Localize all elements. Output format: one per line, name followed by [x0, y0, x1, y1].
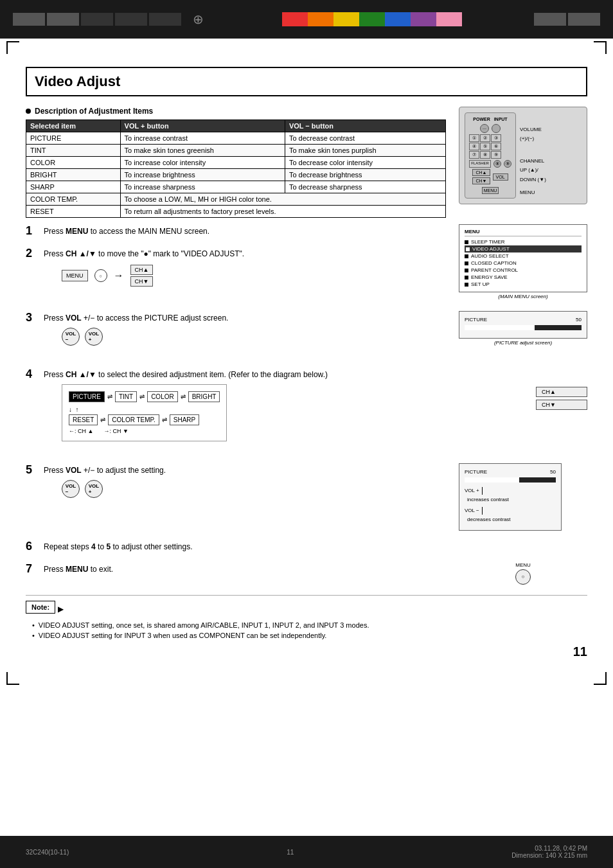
vol-plus-label: VOL +	[465, 486, 479, 495]
progress-bar-bg	[465, 325, 582, 330]
table-row: COLORTo increase color intensityTo decre…	[26, 157, 446, 169]
picture-value: 50	[576, 317, 582, 323]
volume-label: VOLUME(+)/(−)	[520, 125, 546, 144]
table-cell: SHARP	[26, 181, 121, 193]
vol-plus-desc: increases contrast	[467, 495, 556, 504]
table-cell: To make skin tones purplish	[285, 145, 445, 157]
table-cell: TINT	[26, 145, 121, 157]
vol-minus-desc: decreases contrast	[467, 515, 556, 524]
picture-adj-caption: (PICTURE adjust screen)	[459, 340, 587, 346]
note-item-2: • VIDEO ADJUST setting for INPUT 3 when …	[32, 632, 587, 639]
table-cell: To increase contrast	[120, 132, 285, 145]
menu-item-sleep: SLEEP TIMER	[465, 238, 582, 245]
channel-label: CHANNELUP (▲)/DOWN (▼)	[520, 157, 546, 184]
adj-diagram: PICTURE ⇌ TINT ⇌ COLOR ⇌ BRIGHT ↓ ↑	[62, 384, 227, 441]
note-arrow-icon: ▶	[58, 605, 64, 614]
table-cell: To make skin tones greenish	[120, 145, 285, 157]
table-cell: RESET	[26, 206, 121, 218]
vol-minus-btn-5[interactable]: VOL−	[62, 480, 80, 498]
table-cell: To increase color intensity	[120, 157, 285, 169]
table-row: PICTURETo increase contrastTo decrease c…	[26, 132, 446, 145]
table-cell: COLOR TEMP.	[26, 193, 121, 206]
table-cell: To decrease color intensity	[285, 157, 445, 169]
step-6: 6 Repeat steps 4 to 5 to adjust other se…	[26, 540, 587, 553]
adj-row-2: RESET ⇌ COLOR TEMP. ⇌ SHARP	[69, 414, 220, 425]
table-header-col3: VOL − button	[285, 120, 445, 132]
table-cell: To increase brightness	[120, 169, 285, 181]
step-1: 1 Press MENU to access the MAIN MENU scr…	[26, 224, 446, 238]
menu-item-audio: AUDIO SELECT	[465, 252, 582, 260]
crosshair-icon: ⊕	[193, 12, 204, 27]
menu-item-caption: CLOSED CAPTION	[465, 260, 582, 267]
step-3-area: 3 Press VOL +/− to access the PICTURE ad…	[26, 311, 587, 359]
contrast-screen-area: PICTURE 50 VOL + increases contrast VOL …	[459, 463, 587, 531]
menu-item-parent: PARENT CONTROL	[465, 267, 582, 274]
cha-button[interactable]: CH▲	[536, 387, 587, 397]
contrast-annotations: VOL + increases contrast VOL − decreases…	[465, 486, 556, 525]
picture-adjust-screen-area: PICTURE 50 (PICTURE adjust screen)	[459, 311, 587, 359]
step-7-area: 7 Press MENU to exit. MENU ○	[26, 562, 587, 585]
description-header: Description of Adjustment Items	[26, 107, 446, 116]
table-header-col1: Selected item	[26, 120, 121, 132]
step-5-area: 5 Press VOL +/− to adjust the setting. V…	[26, 463, 587, 531]
menu-screen-title: MENU	[465, 229, 582, 236]
contrast-screen: PICTURE 50 VOL + increases contrast VOL …	[459, 463, 562, 531]
note-section: Note: ▶ • VIDEO ADJUST setting, once set…	[26, 595, 587, 639]
page-number: 11	[26, 644, 587, 659]
menu-exit-icon[interactable]: ○	[515, 569, 531, 585]
table-row: TINTTo make skin tones greenishTo make s…	[26, 145, 446, 157]
top-bar-block	[13, 13, 45, 26]
legend-left: ←: CH ▲	[69, 428, 93, 434]
top-bar-block	[115, 13, 147, 26]
contrast-progress-bar-fill	[465, 477, 519, 483]
top-bar-block	[568, 13, 600, 26]
bullet-icon	[26, 109, 31, 114]
contrast-picture-value: 50	[550, 469, 556, 475]
main-content: Video Adjust Description of Adjustment I…	[0, 54, 613, 672]
bottom-right-text: 03.11.28, 0:42 PM Dimension: 140 X 215 m…	[511, 845, 587, 859]
menu-exit-label: MENU	[459, 562, 587, 568]
vol-minus-btn[interactable]: VOL−	[62, 328, 80, 346]
title-box: Video Adjust	[26, 67, 587, 96]
adj-reset: RESET	[69, 414, 98, 425]
corner-mark-br	[594, 672, 607, 685]
table-cell: PICTURE	[26, 132, 121, 145]
cha-chv-step4: CH▲ CH▼	[536, 368, 587, 454]
step-4: 4 Press CH ▲/▼ to select the desired adj…	[26, 368, 526, 445]
menu-icon: ○	[94, 269, 107, 282]
chv-button[interactable]: CH▼	[536, 400, 587, 410]
adj-picture: PICTURE	[69, 391, 105, 402]
adj-row-1: PICTURE ⇌ TINT ⇌ COLOR ⇌ BRIGHT	[69, 391, 220, 402]
menu-item-setup: SET UP	[465, 281, 582, 288]
corner-mark-tl	[6, 41, 19, 54]
note-label: Note:	[26, 601, 55, 614]
table-cell: To decrease sharpness	[285, 181, 445, 193]
table-cell: To return all adjustments to factory pre…	[120, 206, 445, 218]
table-cell: To increase sharpness	[120, 181, 285, 193]
adj-tint: TINT	[115, 391, 137, 402]
steps-1-2: 1 Press MENU to access the MAIN MENU scr…	[26, 224, 587, 301]
picture-adjust-screen: PICTURE 50	[459, 311, 587, 339]
step-4-area: 4 Press CH ▲/▼ to select the desired adj…	[26, 368, 587, 454]
bottom-center-text: 11	[287, 849, 294, 856]
adj-bright: BRIGHT	[188, 391, 220, 402]
tv-remote-illustration: POWER INPUT ··· ① ② ③ ④ ⑤ ⑥ ⑦ ⑧	[459, 107, 587, 218]
vol-plus-btn-5[interactable]: VOL+	[85, 480, 103, 498]
progress-bar-fill	[465, 325, 535, 330]
menu-exit-button-area: MENU ○	[459, 562, 587, 585]
table-cell: To choose a LOW, ML, MH or HIGH color to…	[120, 193, 445, 206]
vol-plus-btn[interactable]: VOL+	[85, 328, 103, 346]
note-list: • VIDEO ADJUST setting, once set, is sha…	[32, 621, 587, 639]
table-row: BRIGHTTo increase brightnessTo decrease …	[26, 169, 446, 181]
color-strip	[282, 12, 462, 26]
picture-label: PICTURE	[465, 317, 487, 323]
corner-mark-bl	[6, 672, 19, 685]
contrast-picture-label: PICTURE	[465, 469, 487, 475]
bottom-left-text: 32C240(10-11)	[26, 849, 69, 856]
main-menu-screen: MENU SLEEP TIMER VIDEO ADJUST AUDIO SELE…	[459, 224, 587, 292]
table-cell: To decrease contrast	[285, 132, 445, 145]
step-3: 3 Press VOL +/− to access the PICTURE ad…	[26, 311, 449, 350]
table-cell: BRIGHT	[26, 169, 121, 181]
top-bar-block	[534, 13, 566, 26]
adjustment-table: Selected item VOL + button VOL − button …	[26, 120, 446, 218]
